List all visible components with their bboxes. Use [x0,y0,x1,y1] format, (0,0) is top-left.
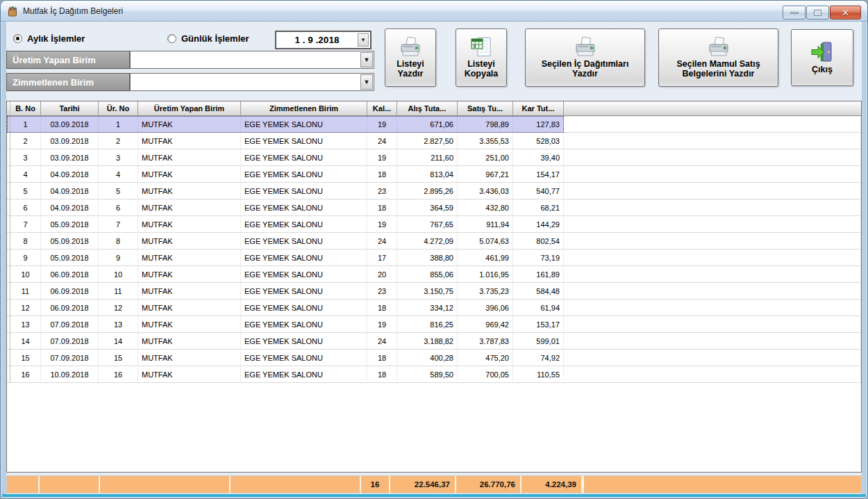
table-cell: 700,05 [458,366,513,383]
column-header[interactable]: Ür. No [99,101,138,115]
table-cell: MUTFAK [138,116,241,133]
table-cell: 432,80 [458,199,513,216]
table-row[interactable]: 604.09.20186MUTFAKEGE YEMEK SALONU18364,… [7,199,861,216]
table-row[interactable]: 1507.09.201815MUTFAKEGE YEMEK SALONU1840… [7,350,861,366]
column-header[interactable]: Kal... [367,101,397,115]
printer-icon [398,37,423,58]
table-row[interactable]: 1407.09.201814MUTFAKEGE YEMEK SALONU243.… [7,333,861,350]
table-cell: MUTFAK [138,366,241,383]
table-row[interactable]: 504.09.20185MUTFAKEGE YEMEK SALONU232.89… [7,183,861,199]
table-row[interactable]: 1106.09.201811MUTFAKEGE YEMEK SALONU233.… [7,283,861,300]
table-row[interactable]: 303.09.20183MUTFAKEGE YEMEK SALONU19211,… [7,149,861,166]
app-window: Mutfak İç Dağıtım Belgeleri ✕ Aylık İşle… [0,0,868,499]
table-cell: MUTFAK [138,133,241,149]
print-selected-distributions-button[interactable]: Seçilen İç Dağıtımları Yazdır [525,28,645,87]
table-cell: EGE YEMEK SALONU [241,333,367,350]
table-cell: 4.272,09 [397,233,458,250]
table-row[interactable]: 103.09.20181MUTFAKEGE YEMEK SALONU19671,… [7,116,861,133]
table-cell: 19 [367,149,397,166]
producing-unit-label[interactable]: Üretim Yapan Birim [6,51,130,69]
column-header[interactable]: Zimmetlenen Birim [241,101,367,115]
table-cell: 1.016,95 [458,266,513,283]
copy-list-button[interactable]: X Listeyi Kopyala [456,28,507,87]
table-cell: 3.787,83 [458,333,513,350]
combo-dropdown-button[interactable]: ▼ [360,74,373,90]
footer-cell [100,476,231,493]
table-cell: 14 [10,333,41,350]
close-button[interactable]: ✕ [830,6,861,19]
table-row[interactable]: 905.09.20189MUTFAKEGE YEMEK SALONU17388,… [7,250,861,266]
table-cell: 5.074,63 [458,233,513,250]
table-row[interactable]: 1206.09.201812MUTFAKEGE YEMEK SALONU1833… [7,300,861,316]
svg-text:X: X [473,44,476,49]
minimize-button[interactable] [783,6,806,19]
column-header[interactable]: B. No [10,101,41,115]
table-cell: 1 [10,116,41,133]
titlebar[interactable]: Mutfak İç Dağıtım Belgeleri [1,1,867,22]
maximize-icon [814,10,821,16]
maximize-button[interactable] [806,6,829,19]
column-header[interactable]: Kar Tut... [513,101,564,115]
table-row[interactable]: 1006.09.201810MUTFAKEGE YEMEK SALONU2085… [7,266,861,283]
table-cell: 967,21 [458,166,513,183]
column-header[interactable]: Üretim Yapan Birim [138,101,241,115]
radio-unchecked-icon [167,34,176,43]
daily-operations-radio[interactable]: Günlük İşlemler [167,33,249,44]
table-row[interactable]: 705.09.20187MUTFAKEGE YEMEK SALONU19767,… [7,216,861,233]
table-cell: 05.09.2018 [41,216,99,233]
print-selected-product-sales-button[interactable]: Seçilen Mamul Satış Belgelerini Yazdır [658,28,778,87]
assigned-unit-combobox[interactable]: ▼ [130,73,374,91]
printer-icon [573,37,598,58]
footer-cell: 26.770,76 [456,476,521,493]
exit-button[interactable]: Çıkış [791,29,853,86]
monthly-operations-radio[interactable]: Aylık İşlemler [13,33,85,44]
chevron-down-icon: ▼ [364,79,370,85]
table-cell: 10 [10,266,41,283]
table-cell: 04.09.2018 [41,166,99,183]
table-row[interactable]: 1307.09.201813MUTFAKEGE YEMEK SALONU1981… [7,316,861,333]
table-row[interactable]: 404.09.20184MUTFAKEGE YEMEK SALONU18813,… [7,166,861,183]
data-grid: B. NoTarihiÜr. NoÜretim Yapan BirimZimme… [6,101,862,473]
table-cell: 19 [367,116,397,133]
table-cell: 6 [10,199,41,216]
table-cell: 584,48 [513,283,564,300]
table-row[interactable]: 805.09.20188MUTFAKEGE YEMEK SALONU244.27… [7,233,861,250]
assigned-unit-label[interactable]: Zimmetlenen Birim [6,73,130,91]
table-cell: 18 [367,366,397,383]
table-row[interactable]: 1610.09.201816MUTFAKEGE YEMEK SALONU1858… [7,366,861,383]
table-cell: 671,06 [397,116,458,133]
table-cell: 06.09.2018 [41,266,99,283]
window-title: Mutfak İç Dağıtım Belgeleri [23,6,123,16]
table-cell: MUTFAK [138,183,241,199]
table-cell: EGE YEMEK SALONU [241,266,367,283]
window-controls: ✕ [783,6,861,19]
column-header[interactable]: Satış Tu... [458,101,513,115]
table-cell: 23 [367,183,397,199]
table-cell: 19 [367,316,397,333]
table-cell: MUTFAK [138,266,241,283]
table-cell: 12 [99,300,138,316]
date-picker[interactable]: 1 . 9 .2018 ▼ [275,31,372,49]
table-cell: 798,89 [458,116,513,133]
table-cell: 18 [367,350,397,366]
table-cell: 3 [99,149,138,166]
table-cell: EGE YEMEK SALONU [241,350,367,366]
excel-sheet-icon: X [470,37,492,58]
print-list-button[interactable]: Listeyi Yazdır [385,28,436,87]
column-header[interactable]: Tarihi [41,101,99,115]
date-dropdown-button[interactable]: ▼ [358,33,369,47]
table-cell: EGE YEMEK SALONU [241,316,367,333]
combo-dropdown-button[interactable]: ▼ [360,52,373,67]
table-cell: 13 [99,316,138,333]
app-icon[interactable] [7,6,18,17]
row-filler-cell [564,199,861,216]
table-row[interactable]: 203.09.20182MUTFAKEGE YEMEK SALONU242.82… [7,133,861,149]
print-selected-distributions-label: Seçilen İç Dağıtımları Yazdır [537,59,634,79]
copy-list-label: Listeyi Kopyala [456,59,506,79]
producing-unit-combobox[interactable]: ▼ [130,51,374,69]
column-header[interactable]: Alış Tuta... [397,101,458,115]
row-filler-cell [564,133,861,149]
table-cell: 23 [367,283,397,300]
row-filler-cell [564,233,861,250]
row-filler-cell [564,149,861,166]
